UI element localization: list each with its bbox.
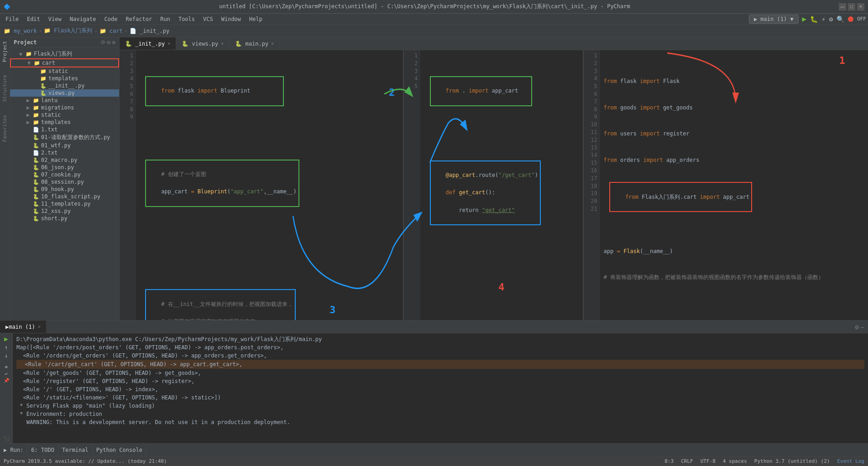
line-numbers-views: 12345 bbox=[404, 50, 420, 320]
status-crlf: CRLF bbox=[681, 458, 693, 464]
terminal-tab[interactable]: Terminal bbox=[58, 444, 93, 456]
tree-item-1txt[interactable]: 📄 1.txt bbox=[10, 126, 119, 133]
status-event-log[interactable]: Event Log bbox=[837, 458, 864, 464]
left-strip: Project Structure Favorites bbox=[0, 37, 10, 320]
run-line-static: <Rule '/static/<filename>' (GET, OPTIONS… bbox=[16, 394, 864, 402]
run-tab-close[interactable]: × bbox=[38, 324, 41, 329]
breadcrumb-item[interactable]: 📁 Flask入门系列 bbox=[44, 27, 92, 35]
tree-item-08session[interactable]: 🐍 08_session.py bbox=[10, 178, 119, 186]
run-button[interactable]: ▶ bbox=[802, 15, 807, 23]
menu-view[interactable]: View bbox=[45, 15, 65, 23]
run-panel: ▶ main (1) × ⚙ — ▶ ↑ ↓ ≡ ↩ 📌 ⬛ D:\Progra… bbox=[0, 320, 868, 443]
collapse-icon[interactable]: ⊟ bbox=[107, 39, 110, 46]
menu-code[interactable]: Code bbox=[101, 15, 121, 23]
tab-init[interactable]: 🐍 _init_.py × bbox=[120, 37, 176, 50]
minimize-button[interactable]: — bbox=[839, 3, 846, 10]
tree-item-static2[interactable]: ▶ 📁 static bbox=[10, 111, 119, 119]
run-tab-main[interactable]: ▶ main (1) × bbox=[0, 321, 46, 333]
status-left: PyCharm 2019.3.5 available: // Update...… bbox=[4, 458, 167, 464]
run-line-path: D:\ProgramData\Anaconda3\python.exe C:/U… bbox=[16, 335, 864, 343]
menu-run[interactable]: Run bbox=[157, 15, 174, 23]
tree-item-cart[interactable]: ▼ 📁 cart bbox=[10, 58, 119, 67]
title-bar: 🔷 untitled [C:\Users\Zep\PycharmProjects… bbox=[0, 0, 868, 14]
tree-item-11templates[interactable]: 🐍 11_templates.py bbox=[10, 200, 119, 207]
project-tab-label[interactable]: Project bbox=[1, 39, 9, 64]
tree-item-01config[interactable]: 🐍 01-读取配置参数的方式.py bbox=[10, 133, 119, 142]
run-line-cart: <Rule '/cart/get_cart' (GET, OPTIONS, HE… bbox=[16, 360, 864, 369]
run-minimize-icon[interactable]: — bbox=[861, 323, 864, 331]
tree-item-templates-cart[interactable]: 📁 templates bbox=[10, 75, 119, 82]
debug-button[interactable]: 🐛 bbox=[810, 16, 818, 23]
run-stop-icon[interactable]: ⬛ bbox=[4, 436, 9, 441]
tree-item-short[interactable]: 🐍 short.py bbox=[10, 215, 119, 222]
run-line-env: * Environment: production bbox=[16, 410, 864, 418]
maximize-button[interactable]: □ bbox=[848, 3, 855, 10]
breadcrumb-item[interactable]: 📁 cart bbox=[99, 28, 123, 34]
favorites-tab-label[interactable]: Favorites bbox=[1, 113, 9, 144]
run-settings-icon[interactable]: ⚙ bbox=[855, 323, 858, 331]
python-console-tab[interactable]: Python Console bbox=[93, 444, 146, 456]
tree-item-migrations[interactable]: ▶ 📁 migrations bbox=[10, 104, 119, 111]
search-button[interactable]: 🔍 bbox=[837, 16, 844, 23]
run-arrow-down[interactable]: ↓ bbox=[5, 352, 8, 359]
menu-tools[interactable]: Tools bbox=[175, 15, 199, 23]
status-pycharm-version: PyCharm 2019.3.5 available: // Update...… bbox=[4, 458, 167, 464]
run-play-icon[interactable]: ▶ bbox=[4, 335, 8, 342]
settings-icon[interactable]: ⚙ bbox=[112, 39, 115, 46]
run-line-warning: WARNING: This is a development server. D… bbox=[16, 418, 864, 426]
code-init[interactable]: from flask import Blueprint # 创建了一个蓝图 ap… bbox=[136, 50, 403, 320]
status-python: Python 3.7 (untitled) (2) bbox=[754, 458, 830, 464]
menu-vcs[interactable]: VCS bbox=[199, 15, 217, 23]
tree-item-flask[interactable]: ▼ 📁 Flask入门系列 bbox=[10, 50, 119, 58]
code-main[interactable]: from flask import Flask from goods impor… bbox=[600, 50, 868, 320]
sync-icon[interactable]: ⟳ bbox=[101, 39, 105, 46]
line-numbers-main: 12345 678910 1112131415 1617181920 21 bbox=[584, 50, 600, 320]
run-line-get-goods: <Rule '/get_goods' (GET, OPTIONS, HEAD) … bbox=[16, 369, 864, 377]
tree-item-2txt[interactable]: 📄 2.txt bbox=[10, 149, 119, 156]
menu-window[interactable]: Window bbox=[218, 15, 245, 23]
tree-item-09hook[interactable]: 🐍 09_hook.py bbox=[10, 186, 119, 193]
tree-item-static[interactable]: 📁 static bbox=[10, 67, 119, 75]
editors-area: 🐍 _init_.py × 🐍 views.py × 🐍 main.py × bbox=[120, 37, 868, 320]
close-button[interactable]: × bbox=[857, 3, 864, 10]
run-config[interactable]: ▶ main (1) ▼ bbox=[749, 15, 799, 24]
menu-refactor[interactable]: Refactor bbox=[122, 15, 156, 23]
menu-help[interactable]: Help bbox=[246, 15, 266, 23]
run-pin-icon[interactable]: 📌 bbox=[4, 378, 9, 383]
breadcrumb-item[interactable]: 📁 my_work bbox=[4, 28, 37, 34]
sidebar-title: Project bbox=[14, 39, 37, 46]
structure-tab-label[interactable]: Structure bbox=[1, 73, 9, 104]
tree-item-templates[interactable]: ▶ 📁 templates bbox=[10, 119, 119, 126]
title-bar-left: 🔷 bbox=[4, 4, 10, 10]
run-side-controls: ▶ ↑ ↓ ≡ ↩ 📌 ⬛ bbox=[0, 333, 13, 443]
run-wrap-icon[interactable]: ↩ bbox=[5, 371, 7, 376]
tree-item-init[interactable]: 🐍 __init__.py bbox=[10, 82, 119, 89]
menu-navigate[interactable]: Navigate bbox=[66, 15, 100, 23]
breadcrumb-item[interactable]: 📄 _init_.py bbox=[130, 28, 169, 34]
tree-item-lantu[interactable]: ▶ 📁 lantu bbox=[10, 97, 119, 104]
run-line-map: Map([<Rule '/orders/post_orders' (GET, O… bbox=[16, 343, 864, 352]
coverage-button[interactable]: ⚡ bbox=[821, 16, 825, 23]
tree-item-02macro[interactable]: 🐍 02_macro.py bbox=[10, 156, 119, 164]
tree-item-01wtf[interactable]: 🐍 01_wtf.py bbox=[10, 142, 119, 149]
tab-views-close[interactable]: × bbox=[221, 41, 224, 46]
menu-edit[interactable]: Edit bbox=[23, 15, 44, 23]
tab-init-close[interactable]: × bbox=[167, 41, 170, 46]
tab-main-close[interactable]: × bbox=[271, 41, 274, 46]
tree-item-07cookie[interactable]: 🐍 07_cookie.py bbox=[10, 171, 119, 178]
tree-item-06json[interactable]: 🐍 06_json.py bbox=[10, 164, 119, 171]
code-views[interactable]: from . import app_cart @app_cart.route("… bbox=[420, 50, 583, 320]
run-bottom-tab[interactable]: ▶ Run: bbox=[0, 444, 27, 456]
todo-tab[interactable]: 6: TODO bbox=[27, 444, 58, 456]
tree-item-12xss[interactable]: 🐍 12_xss.py bbox=[10, 207, 119, 215]
settings-button[interactable]: ⚙ bbox=[829, 16, 833, 23]
notification-badge bbox=[848, 16, 853, 22]
tab-main[interactable]: 🐍 main.py × bbox=[230, 37, 280, 50]
menu-file[interactable]: File bbox=[2, 15, 22, 23]
run-arrow-up[interactable]: ↑ bbox=[5, 344, 8, 351]
run-content: D:\ProgramData\Anaconda3\python.exe C:/U… bbox=[13, 333, 868, 443]
tree-item-views[interactable]: 🐍 views.py bbox=[10, 89, 119, 97]
tab-views[interactable]: 🐍 views.py × bbox=[176, 37, 230, 50]
run-filter-icon[interactable]: ≡ bbox=[5, 364, 7, 369]
tree-item-10flask[interactable]: 🐍 10_flask_script.py bbox=[10, 193, 119, 200]
